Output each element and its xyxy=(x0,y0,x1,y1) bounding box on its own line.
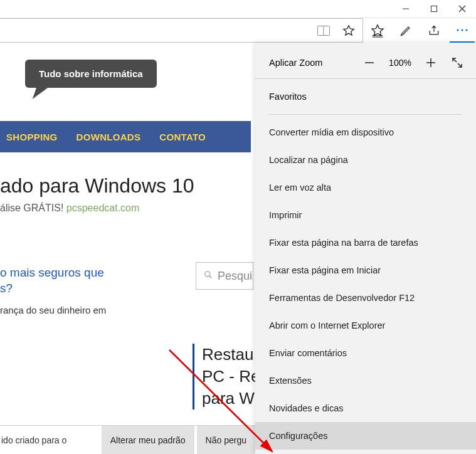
menu-item-imprimir[interactable]: Imprimir xyxy=(255,201,476,229)
ad-subline: álise GRÁTIS! pcspeedcat.com xyxy=(0,203,139,214)
site-logo-bubble: Tudo sobre informática xyxy=(25,60,157,88)
favorites-hub-icon[interactable] xyxy=(365,18,390,43)
site-search-box[interactable]: Pesquis xyxy=(196,262,253,290)
nav-contato[interactable]: CONTATO xyxy=(159,132,206,142)
ad-subline-text: álise GRÁTIS! xyxy=(0,203,66,213)
close-button[interactable] xyxy=(448,0,476,18)
ad-headline[interactable]: ado para Windows 10 xyxy=(0,174,194,198)
site-navbar: SHOPPING DOWNLOADS CONTATO xyxy=(0,121,251,152)
menu-item-abrir-com-o-internet-explorer[interactable]: Abrir com o Internet Explorer xyxy=(255,312,476,339)
dont-ask-button[interactable]: Não pergu xyxy=(197,426,255,455)
article-link-line2: s? xyxy=(0,282,13,295)
zoom-in-button[interactable] xyxy=(422,54,440,71)
menu-item-ferramentas-de-desenvolvedor-f12[interactable]: Ferramentas de Desenvolvedor F12 xyxy=(255,284,476,312)
page-content: Tudo sobre informática SHOPPING DOWNLOAD… xyxy=(0,43,476,454)
svg-point-9 xyxy=(461,29,463,31)
menu-separator xyxy=(269,114,462,115)
web-notes-icon[interactable] xyxy=(393,18,418,43)
window-titlebar xyxy=(0,0,476,18)
svg-line-17 xyxy=(458,63,462,67)
article-link[interactable]: o mais seguros que s? xyxy=(0,265,104,296)
menu-item-converter-midia-em-dispositivo[interactable]: Converter mídia em dispositivo xyxy=(255,119,476,146)
svg-point-10 xyxy=(465,29,467,31)
menu-zoom-row: Aplicar Zoom 100% xyxy=(255,46,476,79)
menu-item-configuracoes[interactable]: Configurações xyxy=(255,422,476,450)
zoom-percent: 100% xyxy=(387,58,413,68)
more-menu-button[interactable] xyxy=(450,19,475,43)
svg-point-8 xyxy=(457,29,458,31)
menu-item-extensoes[interactable]: Extensões xyxy=(255,367,476,394)
nav-downloads[interactable]: DOWNLOADS xyxy=(77,132,141,142)
maximize-button[interactable] xyxy=(420,0,448,18)
fullscreen-button[interactable] xyxy=(448,54,466,71)
toolbar-right-icons xyxy=(363,18,476,43)
favorite-star-icon[interactable] xyxy=(339,21,359,41)
menu-favorites[interactable]: Favoritos xyxy=(255,83,476,110)
search-icon xyxy=(204,270,213,282)
art2-l1: Restau xyxy=(202,345,253,364)
share-icon[interactable] xyxy=(421,18,447,43)
svg-line-16 xyxy=(453,58,457,62)
svg-point-11 xyxy=(205,272,210,277)
svg-rect-1 xyxy=(431,6,436,12)
zoom-label: Aplicar Zoom xyxy=(269,58,352,68)
menu-item-enviar-comentarios[interactable]: Enviar comentários xyxy=(255,339,476,367)
zoom-out-button[interactable] xyxy=(361,54,378,71)
prompt-text: ido criado para o xyxy=(0,435,99,445)
edge-settings-menu: Aplicar Zoom 100% Favoritos Converter mí… xyxy=(255,43,476,454)
menu-item-fixar-esta-pagina-na-barra-de-tarefas[interactable]: Fixar esta página na barra de tarefas xyxy=(255,229,476,256)
menu-item-novidades-e-dicas[interactable]: Novidades e dicas xyxy=(255,394,476,422)
reading-view-icon[interactable] xyxy=(314,21,334,41)
browser-toolbar xyxy=(0,18,476,43)
menu-item-localizar-na-pagina[interactable]: Localizar na página xyxy=(255,146,476,174)
change-default-button[interactable]: Alterar meu padrão xyxy=(102,426,194,455)
secondary-article-heading[interactable]: Restau PC - Re para W xyxy=(193,344,255,409)
svg-line-12 xyxy=(209,276,212,278)
article-sub: rança do seu dinheiro em xyxy=(0,305,106,315)
nav-shopping[interactable]: SHOPPING xyxy=(6,132,58,142)
address-bar[interactable] xyxy=(0,18,363,43)
default-app-prompt-bar: ido criado para o Alterar meu padrão Não… xyxy=(0,425,255,454)
art2-l3: para W xyxy=(202,389,255,408)
menu-item-ler-em-voz-alta[interactable]: Ler em voz alta xyxy=(255,174,476,201)
minimize-button[interactable] xyxy=(391,0,420,18)
article-link-line1: o mais seguros que xyxy=(0,266,104,279)
search-placeholder: Pesquis xyxy=(218,270,253,283)
ad-url[interactable]: pcspeedcat.com xyxy=(66,203,140,213)
art2-l2: PC - Re xyxy=(202,367,255,386)
menu-item-fixar-esta-pagina-em-iniciar[interactable]: Fixar esta página em Iniciar xyxy=(255,256,476,284)
